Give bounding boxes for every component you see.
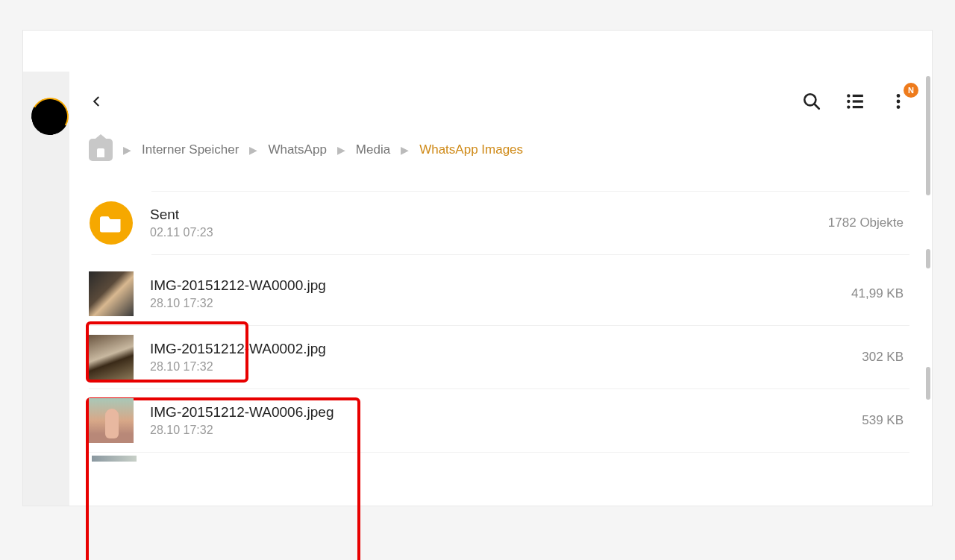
file-row[interactable]: IMG-20151212-WA0006.jpeg 28.10 17:32 539… <box>89 389 909 453</box>
file-size: 41,99 KB <box>851 286 909 301</box>
svg-line-1 <box>815 104 819 109</box>
file-date: 28.10 17:32 <box>150 297 851 310</box>
notification-badge: N <box>904 83 918 98</box>
file-name: IMG-20151212-WA0002.jpg <box>150 341 862 357</box>
svg-point-4 <box>847 100 850 103</box>
topbar: N <box>86 86 909 116</box>
scrollbar-thumb[interactable] <box>926 367 930 400</box>
chevron-right-icon: ▶ <box>337 144 345 156</box>
image-thumbnail <box>89 398 134 443</box>
file-name: IMG-20151212-WA0006.jpeg <box>150 404 862 421</box>
svg-rect-7 <box>853 106 863 108</box>
scrollbar-thumb[interactable] <box>926 249 930 268</box>
folder-meta: 1782 Objekte <box>828 215 909 230</box>
file-row[interactable]: IMG-20151212-WA0000.jpg 28.10 17:32 41,9… <box>89 262 909 326</box>
breadcrumb-item[interactable]: Media <box>356 142 390 157</box>
file-size: 539 KB <box>862 413 909 428</box>
left-rail <box>23 72 69 506</box>
chevron-right-icon: ▶ <box>401 144 409 156</box>
svg-point-8 <box>897 94 901 98</box>
scrollbar[interactable] <box>926 72 930 506</box>
file-size: 302 KB <box>862 350 909 365</box>
breadcrumb-item[interactable]: WhatsApp <box>268 142 326 157</box>
avatar[interactable] <box>27 93 72 139</box>
file-manager-app: N ▶ Interner Speicher ▶ WhatsApp ▶ Media… <box>23 72 932 506</box>
view-list-button[interactable] <box>844 90 866 113</box>
back-button[interactable] <box>86 90 108 113</box>
image-thumbnail <box>89 335 134 380</box>
breadcrumb-item-current[interactable]: WhatsApp Images <box>419 142 523 157</box>
scrollbar-thumb[interactable] <box>926 76 930 195</box>
chevron-right-icon: ▶ <box>249 144 257 156</box>
list-view-icon <box>845 92 865 111</box>
chevron-right-icon: ▶ <box>123 144 131 156</box>
folder-date: 02.11 07:23 <box>150 226 828 239</box>
more-button[interactable]: N <box>887 90 909 113</box>
image-thumbnail <box>92 456 137 462</box>
folder-row[interactable]: Sent 02.11 07:23 1782 Objekte <box>89 192 909 254</box>
chevron-left-icon <box>90 95 104 108</box>
svg-rect-3 <box>853 95 863 97</box>
image-thumbnail <box>89 271 134 316</box>
breadcrumb: ▶ Interner Speicher ▶ WhatsApp ▶ Media ▶… <box>86 139 909 161</box>
file-date: 28.10 17:32 <box>150 424 862 437</box>
svg-point-6 <box>847 105 850 108</box>
main-pane: N ▶ Interner Speicher ▶ WhatsApp ▶ Media… <box>69 72 932 506</box>
file-name: IMG-20151212-WA0000.jpg <box>150 277 851 294</box>
svg-rect-5 <box>853 100 863 102</box>
search-icon <box>802 92 821 111</box>
svg-point-10 <box>897 105 901 109</box>
folder-icon <box>90 201 133 245</box>
svg-point-9 <box>897 100 901 104</box>
file-date: 28.10 17:32 <box>150 360 862 374</box>
folder-name: Sent <box>150 207 828 223</box>
file-row[interactable]: IMG-20151212-WA0002.jpg 28.10 17:32 302 … <box>89 326 909 389</box>
breadcrumb-item[interactable]: Interner Speicher <box>142 142 239 157</box>
svg-point-2 <box>847 94 850 97</box>
home-icon[interactable] <box>89 139 113 161</box>
search-button[interactable] <box>801 90 823 113</box>
